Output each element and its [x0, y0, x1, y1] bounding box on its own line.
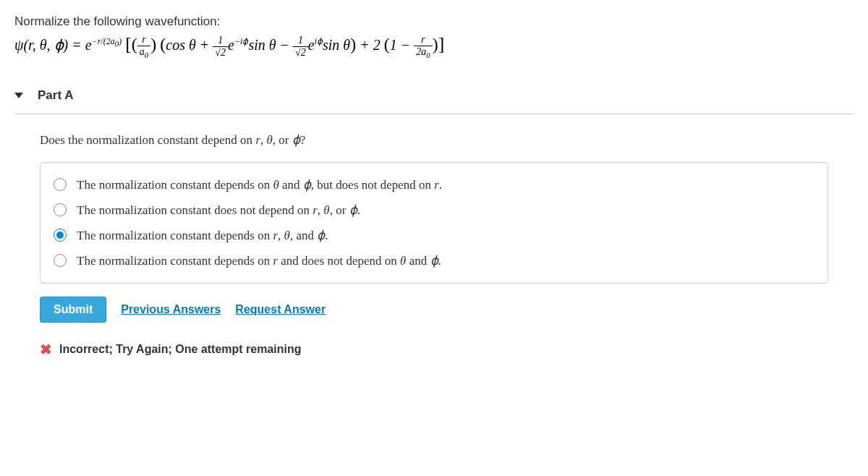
radio-icon[interactable] — [54, 254, 67, 267]
option-3[interactable]: The normalization constant depends on r,… — [54, 228, 814, 243]
radio-icon[interactable] — [54, 229, 67, 242]
collapse-toggle-icon[interactable] — [14, 93, 23, 98]
option-label: The normalization constant depends on r,… — [77, 228, 328, 243]
request-answer-link[interactable]: Request Answer — [235, 303, 326, 316]
part-title: Part A — [38, 88, 73, 103]
radio-icon[interactable] — [54, 203, 67, 216]
submit-button[interactable]: Submit — [40, 297, 106, 323]
feedback-message: ✖ Incorrect; Try Again; One attempt rema… — [40, 341, 854, 358]
option-1[interactable]: The normalization constant depends on θ … — [54, 177, 814, 192]
option-4[interactable]: The normalization constant depends on r … — [54, 253, 814, 268]
problem-instruction: Normalize the following wavefunction: — [14, 14, 854, 29]
feedback-text: Incorrect; Try Again; One attempt remain… — [59, 343, 302, 356]
previous-answers-link[interactable]: Previous Answers — [121, 303, 221, 316]
question-text: Does the normalization constant depend o… — [40, 132, 854, 148]
option-2[interactable]: The normalization constant does not depe… — [54, 203, 814, 218]
option-label: The normalization constant depends on r … — [77, 253, 441, 268]
radio-icon[interactable] — [54, 178, 67, 191]
incorrect-icon: ✖ — [40, 341, 52, 358]
option-label: The normalization constant does not depe… — [77, 203, 360, 218]
option-label: The normalization constant depends on θ … — [77, 177, 442, 192]
part-header: Part A — [14, 88, 854, 114]
options-container: The normalization constant depends on θ … — [40, 162, 828, 284]
wavefunction-equation: ψ(r, θ, ϕ) = e−r/(2a0) [(ra0) (cos θ + 1… — [14, 33, 854, 59]
